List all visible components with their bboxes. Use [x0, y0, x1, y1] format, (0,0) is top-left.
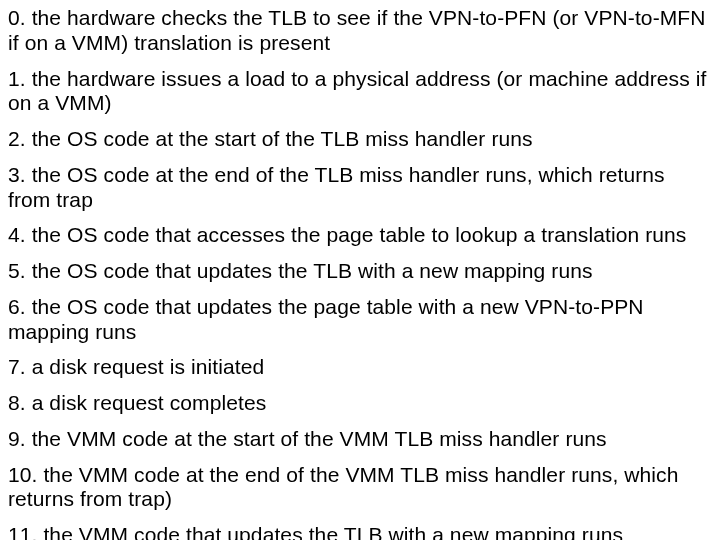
list-item: 0. the hardware checks the TLB to see if… [8, 6, 710, 56]
list-item: 3. the OS code at the end of the TLB mis… [8, 163, 710, 213]
document-body: 0. the hardware checks the TLB to see if… [0, 0, 720, 540]
list-item: 5. the OS code that updates the TLB with… [8, 259, 710, 284]
list-item: 4. the OS code that accesses the page ta… [8, 223, 710, 248]
list-item: 2. the OS code at the start of the TLB m… [8, 127, 710, 152]
list-item: 9. the VMM code at the start of the VMM … [8, 427, 710, 452]
list-item: 1. the hardware issues a load to a physi… [8, 67, 710, 117]
list-item: 6. the OS code that updates the page tab… [8, 295, 710, 345]
list-item: 11. the VMM code that updates the TLB wi… [8, 523, 710, 540]
list-item: 8. a disk request completes [8, 391, 710, 416]
list-item: 10. the VMM code at the end of the VMM T… [8, 463, 710, 513]
list-item: 7. a disk request is initiated [8, 355, 710, 380]
